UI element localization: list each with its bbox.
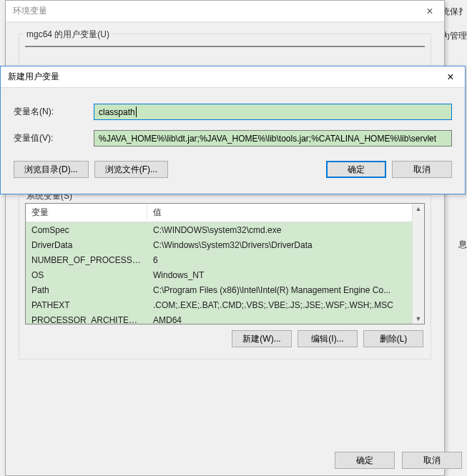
user-vars-label: mgc64 的用户变量(U) <box>24 29 112 41</box>
close-icon[interactable]: × <box>416 1 444 22</box>
user-vars-table[interactable] <box>25 46 425 47</box>
system-vars-table[interactable]: 变量 值 ComSpecC:\WINDOWS\system32\cmd.exe … <box>25 203 425 324</box>
cell-val[interactable]: C:\Program Files (x86)\Intel\Intel(R) Ma… <box>147 284 412 297</box>
cell-var[interactable]: ComSpec <box>26 224 147 237</box>
scroll-down-icon[interactable]: ▼ <box>416 315 422 322</box>
env-footer-buttons: 确定 取消 <box>335 452 462 469</box>
cell-val[interactable]: Windows_NT <box>147 269 412 282</box>
cell-val[interactable]: .COM;.EXE;.BAT;.CMD;.VBS;.VBE;.JS;.JSE;.… <box>147 299 412 312</box>
env-ok-button[interactable]: 确定 <box>335 452 395 469</box>
sys-delete-button[interactable]: 删除(L) <box>363 330 423 347</box>
ok-button[interactable]: 确定 <box>326 161 386 178</box>
variable-name-input[interactable]: classpath <box>94 104 452 120</box>
cell-val[interactable]: C:\Windows\System32\Drivers\DriverData <box>147 239 412 252</box>
table-header: 变量 值 <box>26 204 412 222</box>
new-user-variable-dialog: 新建用户变量 × 变量名(N): classpath 变量值(V): %JAVA… <box>0 66 466 194</box>
variable-value-label: 变量值(V): <box>14 132 94 144</box>
browse-directory-button[interactable]: 浏览目录(D)... <box>14 161 89 178</box>
scroll-up-icon[interactable]: ▲ <box>416 205 422 212</box>
cancel-button[interactable]: 取消 <box>392 161 452 178</box>
system-vars-group: 系统变量(S) 变量 值 ComSpecC:\WINDOWS\system32\… <box>19 195 431 360</box>
scrollbar[interactable]: ▲ ▼ <box>412 204 424 324</box>
cell-var[interactable]: OS <box>26 269 147 282</box>
newvar-titlebar: 新建用户变量 × <box>1 66 465 88</box>
text-caret <box>136 106 137 117</box>
bg-text: 息 <box>458 239 467 251</box>
cell-var[interactable]: PATHEXT <box>26 299 147 312</box>
bg-text: 为管理 <box>441 30 467 42</box>
cell-val[interactable]: AMD64 <box>147 314 412 324</box>
variable-name-label: 变量名(N): <box>14 106 94 118</box>
col-header-variable[interactable]: 变量 <box>26 204 147 222</box>
bg-text: 统保扌 <box>441 6 467 18</box>
env-title: 环境变量 <box>13 5 47 17</box>
col-header-value[interactable]: 值 <box>147 204 412 222</box>
sys-edit-button[interactable]: 编辑(I)... <box>298 330 358 347</box>
cell-var[interactable]: Path <box>26 284 147 297</box>
browse-file-button[interactable]: 浏览文件(F)... <box>94 161 168 178</box>
cell-var[interactable]: PROCESSOR_ARCHITECT... <box>26 314 147 324</box>
env-cancel-button[interactable]: 取消 <box>402 452 462 469</box>
env-titlebar: 环境变量 × <box>6 1 444 22</box>
cell-val[interactable]: C:\WINDOWS\system32\cmd.exe <box>147 224 412 237</box>
cell-var[interactable]: NUMBER_OF_PROCESSORS <box>26 254 147 267</box>
close-icon[interactable]: × <box>436 66 465 88</box>
table-body[interactable]: ComSpecC:\WINDOWS\system32\cmd.exe Drive… <box>26 222 412 324</box>
cell-val[interactable]: 6 <box>147 254 412 267</box>
sys-new-button[interactable]: 新建(W)... <box>232 330 292 347</box>
newvar-title: 新建用户变量 <box>8 71 59 83</box>
cell-var[interactable]: DriverData <box>26 239 147 252</box>
variable-value-input[interactable]: %JAVA_HOME%\lib\dt.jar;%JAVA_HOME%\lib\t… <box>94 130 452 147</box>
